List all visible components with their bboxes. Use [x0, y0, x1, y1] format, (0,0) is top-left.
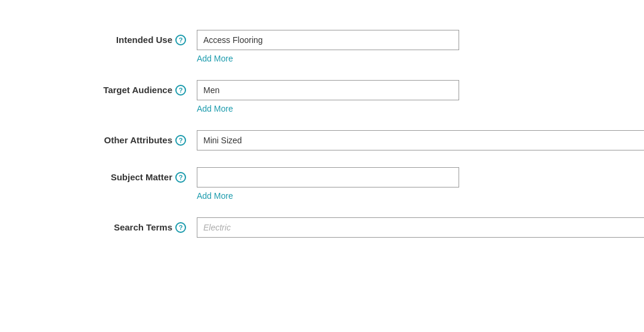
form-row-subject-matter: Subject Matter?Add More: [78, 167, 566, 201]
help-icon-target-audience[interactable]: ?: [175, 85, 186, 96]
label-col-intended-use: Intended Use?: [78, 30, 197, 46]
form-container: Intended Use?Add MoreTarget Audience?Add…: [54, 18, 590, 266]
form-row-search-terms: Search Terms?: [78, 217, 566, 238]
label-other-attributes: Other Attributes: [104, 135, 172, 145]
help-icon-subject-matter[interactable]: ?: [175, 172, 186, 183]
label-target-audience: Target Audience: [103, 85, 172, 95]
label-col-search-terms: Search Terms?: [78, 217, 197, 233]
input-col-target-audience: Add More: [197, 80, 566, 113]
input-subject-matter[interactable]: [197, 167, 459, 187]
input-col-intended-use: Add More: [197, 30, 566, 63]
input-other-attributes[interactable]: [197, 130, 644, 150]
input-search-terms[interactable]: [197, 217, 644, 238]
label-col-other-attributes: Other Attributes?: [78, 130, 197, 146]
add-more-intended-use[interactable]: Add More: [197, 54, 566, 63]
label-col-target-audience: Target Audience?: [78, 80, 197, 96]
help-icon-other-attributes[interactable]: ?: [175, 135, 186, 146]
input-col-search-terms: [197, 217, 644, 238]
label-subject-matter: Subject Matter: [111, 172, 172, 182]
add-more-subject-matter[interactable]: Add More: [197, 191, 566, 201]
help-icon-intended-use[interactable]: ?: [175, 35, 186, 45]
input-target-audience[interactable]: [197, 80, 459, 100]
add-more-target-audience[interactable]: Add More: [197, 104, 566, 113]
help-icon-search-terms[interactable]: ?: [175, 222, 186, 233]
form-row-intended-use: Intended Use?Add More: [78, 30, 566, 63]
label-search-terms: Search Terms: [114, 222, 172, 232]
form-row-other-attributes: Other Attributes?: [78, 130, 566, 150]
input-col-subject-matter: Add More: [197, 167, 566, 201]
label-col-subject-matter: Subject Matter?: [78, 167, 197, 183]
form-row-target-audience: Target Audience?Add More: [78, 80, 566, 113]
input-col-other-attributes: [197, 130, 644, 150]
label-intended-use: Intended Use: [116, 35, 172, 45]
input-intended-use[interactable]: [197, 30, 459, 50]
